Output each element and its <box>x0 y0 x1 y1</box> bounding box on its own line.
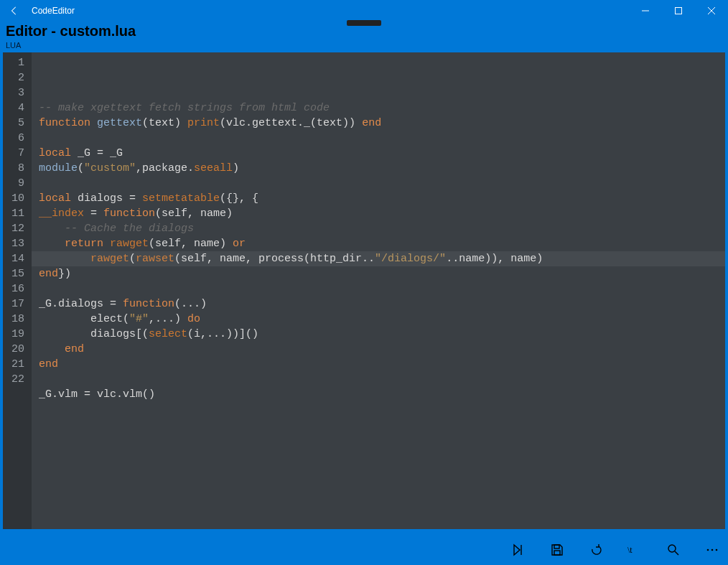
app-title: CodeEditor <box>29 6 75 16</box>
tab-button[interactable]: \t <box>625 540 645 560</box>
line-number: 22 <box>7 372 24 387</box>
close-button[interactable] <box>695 0 728 22</box>
maximize-button[interactable] <box>662 0 695 22</box>
code-line[interactable]: dialogs[(select(i,...))]() <box>39 327 725 342</box>
line-number: 5 <box>7 116 24 131</box>
code-line[interactable]: end}) <box>39 266 725 281</box>
title-bar: CodeEditor <box>0 0 728 22</box>
line-number: 4 <box>7 101 24 116</box>
code-line[interactable]: function gettext(text) print(vlc.gettext… <box>39 116 725 131</box>
code-editor[interactable]: 12345678910111213141516171819202122 -- m… <box>3 52 725 529</box>
code-line[interactable]: elect("#",...) do <box>39 312 725 327</box>
code-line[interactable]: rawget(rawset(self, name, process(http_d… <box>39 251 725 266</box>
code-line[interactable]: end <box>39 357 725 372</box>
line-number: 3 <box>7 85 24 101</box>
undo-button[interactable] <box>586 540 606 560</box>
code-line[interactable]: local dialogs = setmetatable({}, { <box>39 191 725 206</box>
back-button[interactable] <box>0 0 29 22</box>
line-number: 19 <box>7 327 24 342</box>
line-number: 8 <box>7 161 24 176</box>
search-button[interactable] <box>663 540 683 560</box>
line-number-gutter: 12345678910111213141516171819202122 <box>3 52 32 529</box>
code-line[interactable]: -- Cache the dialogs <box>39 221 725 236</box>
line-number: 10 <box>7 191 24 206</box>
code-line[interactable] <box>39 281 725 296</box>
line-number: 7 <box>7 146 24 161</box>
svg-point-11 <box>711 549 714 551</box>
code-line[interactable]: __index = function(self, name) <box>39 206 725 221</box>
code-line[interactable] <box>39 131 725 146</box>
minimize-button[interactable] <box>629 0 662 22</box>
line-number: 6 <box>7 131 24 146</box>
svg-rect-1 <box>676 8 682 14</box>
code-line[interactable]: _G.vlm = vlc.vlm() <box>39 387 725 402</box>
svg-text:\t: \t <box>627 545 633 555</box>
code-area[interactable]: -- make xgettext fetch strings from html… <box>32 52 725 529</box>
code-line[interactable] <box>39 402 725 417</box>
line-number: 11 <box>7 206 24 221</box>
svg-rect-6 <box>554 551 560 555</box>
line-number: 18 <box>7 312 24 327</box>
line-number: 13 <box>7 236 24 251</box>
line-number: 21 <box>7 357 24 372</box>
line-number: 16 <box>7 281 24 296</box>
code-line[interactable]: -- make xgettext fetch strings from html… <box>39 101 725 116</box>
svg-rect-5 <box>554 545 559 548</box>
code-line[interactable] <box>39 176 725 191</box>
save-button[interactable] <box>547 540 567 560</box>
line-number: 15 <box>7 266 24 281</box>
code-line[interactable]: _G.dialogs = function(...) <box>39 296 725 312</box>
language-label: LUA <box>6 41 722 50</box>
line-number: 2 <box>7 70 24 85</box>
more-button[interactable] <box>702 540 722 560</box>
line-number: 14 <box>7 251 24 266</box>
svg-point-12 <box>716 549 718 551</box>
document-header: Editor - custom.lua LUA <box>0 22 728 52</box>
line-number: 1 <box>7 55 24 70</box>
code-line[interactable]: end <box>39 342 725 357</box>
code-line[interactable]: module("custom",package.seeall) <box>39 161 725 176</box>
code-line[interactable] <box>39 417 725 432</box>
code-line[interactable]: local _G = _G <box>39 146 725 161</box>
svg-line-9 <box>675 551 678 555</box>
line-number: 12 <box>7 221 24 236</box>
drag-handle[interactable] <box>347 20 381 26</box>
line-number: 9 <box>7 176 24 191</box>
run-button[interactable] <box>508 540 528 560</box>
code-line[interactable] <box>39 372 725 387</box>
code-line[interactable]: return rawget(self, name) or <box>39 236 725 251</box>
svg-point-8 <box>668 545 676 552</box>
line-number: 17 <box>7 296 24 312</box>
svg-point-10 <box>707 549 709 551</box>
line-number: 20 <box>7 342 24 357</box>
toolbar: \t <box>0 535 728 565</box>
